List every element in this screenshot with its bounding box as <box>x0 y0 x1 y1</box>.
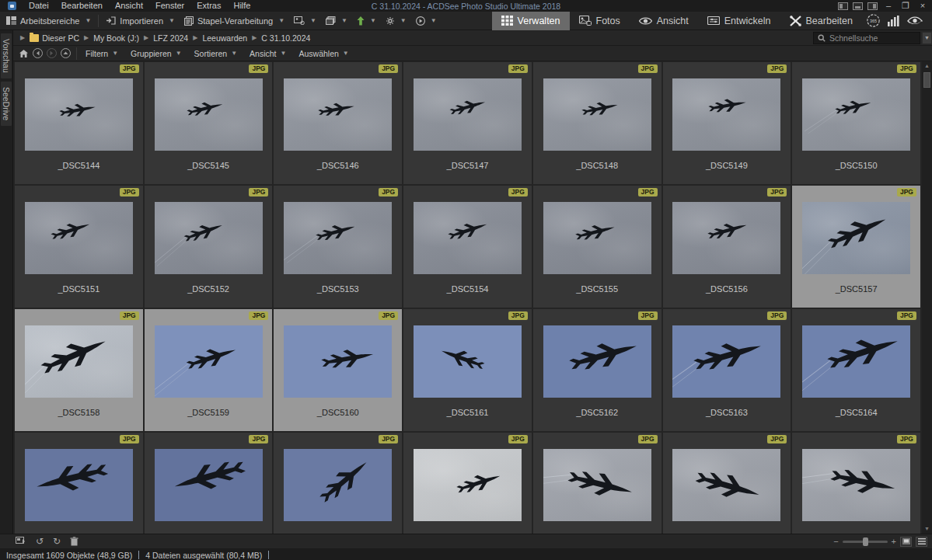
up-icon[interactable] <box>60 48 71 59</box>
toolbar-stapel-verarbeitung-button[interactable]: Stapel-Verarbeitung▼ <box>180 13 289 29</box>
photo-tile[interactable]: JPG_DSC5158 <box>15 309 143 431</box>
thumbnail-image <box>672 202 780 274</box>
photos-icon <box>579 16 592 26</box>
zoom-out-icon[interactable]: − <box>833 537 838 546</box>
menu-datei[interactable]: Datei <box>23 0 55 12</box>
menu-hilfe[interactable]: Hilfe <box>227 0 257 12</box>
search-input[interactable]: Schnellsuche <box>813 32 920 44</box>
photo-tile[interactable]: JPG <box>533 433 661 534</box>
forward-icon[interactable] <box>46 48 57 59</box>
photo-tile[interactable]: JPG_DSC5151 <box>15 186 143 308</box>
photo-stack-button[interactable]: ▼ <box>321 13 352 29</box>
search-dropdown-button[interactable]: ▼ <box>922 32 932 44</box>
zoom-in-icon[interactable]: + <box>892 537 896 546</box>
scrollbar-thumb[interactable] <box>923 72 930 88</box>
upload-button[interactable]: ▼ <box>352 13 381 29</box>
photo-tile[interactable]: JPG_DSC5164 <box>792 309 920 431</box>
breadcrumb-item[interactable]: C 31.10.2024 <box>261 33 310 43</box>
thumbnail-view-button[interactable] <box>900 537 912 547</box>
photo-tile[interactable]: JPG_DSC5153 <box>274 186 402 308</box>
acdsee-365-icon[interactable]: 365 <box>867 14 880 27</box>
zoom-slider[interactable] <box>843 541 888 543</box>
image-adjust-button[interactable]: ▼ <box>289 13 321 29</box>
acdsee-logo-icon[interactable] <box>907 16 923 26</box>
photo-tile[interactable]: JPG_DSC5155 <box>533 186 661 308</box>
menu-bearbeiten[interactable]: Bearbeiten <box>55 0 109 12</box>
mode-entwickeln[interactable]: Entwickeln <box>698 12 780 30</box>
rotate-left-icon[interactable]: ↺ <box>36 535 44 548</box>
jet-silhouette <box>446 94 488 121</box>
photo-tile[interactable]: JPG_DSC5156 <box>663 186 791 308</box>
file-name: _DSC5160 <box>317 408 359 417</box>
photo-tile[interactable]: JPG_DSC5147 <box>403 62 532 184</box>
export-icon[interactable] <box>16 537 26 546</box>
photo-tile[interactable]: JPG <box>274 433 402 534</box>
photo-tile[interactable]: JPG_DSC5162 <box>533 309 661 431</box>
panel-left-toggle-icon[interactable] <box>838 2 848 10</box>
scrollbar[interactable]: ▲ ▼ <box>922 61 932 534</box>
photo-tile[interactable]: JPG_DSC5150 <box>792 62 920 184</box>
filter-menu-auswahlen[interactable]: Auswählen▼ <box>292 49 354 58</box>
details-view-button[interactable] <box>916 537 927 547</box>
import-icon <box>106 16 116 25</box>
mode-verwalten[interactable]: Verwalten <box>492 12 570 30</box>
side-tab-seedrive[interactable]: SeeDrive <box>1 82 12 126</box>
settings-spark-icon <box>386 16 395 26</box>
photo-tile[interactable]: JPG <box>145 433 273 534</box>
filter-menu-gruppieren[interactable]: Gruppieren▼ <box>124 49 187 58</box>
app-icon[interactable] <box>8 2 16 10</box>
panel-right-toggle-icon[interactable] <box>867 2 878 10</box>
file-format-badge: JPG <box>120 311 139 320</box>
photo-tile[interactable]: JPG <box>663 433 791 534</box>
side-tab-vorschau[interactable]: Vorschau <box>1 33 12 78</box>
breadcrumb-item[interactable]: LFZ 2024 <box>153 33 188 43</box>
back-icon[interactable] <box>32 48 43 59</box>
file-list: JPG_DSC5144JPG_DSC5145JPG_DSC5146JPG_DSC… <box>13 61 932 534</box>
rotate-right-icon[interactable]: ↻ <box>53 535 61 548</box>
dashboard-icon[interactable] <box>888 16 899 26</box>
photo-tile[interactable]: JPG <box>15 433 143 534</box>
photo-tile[interactable]: JPG_DSC5144 <box>15 62 143 184</box>
breadcrumb-item[interactable]: Dieser PC <box>42 33 79 43</box>
breadcrumb-item[interactable]: My Book (J:) <box>93 33 139 43</box>
menu-ansicht[interactable]: Ansicht <box>109 0 149 12</box>
scroll-up-icon[interactable]: ▲ <box>924 61 930 71</box>
photo-tile[interactable]: JPG_DSC5148 <box>533 62 661 184</box>
photo-tile[interactable]: JPG_DSC5157 <box>792 186 920 308</box>
minimize-button[interactable]: – <box>882 1 895 11</box>
chevron-right-icon: ▶ <box>79 34 93 41</box>
mode-bearbeiten[interactable]: Bearbeiten <box>780 12 862 30</box>
photo-tile[interactable]: JPG_DSC5149 <box>663 62 791 184</box>
toolbar-importieren-button[interactable]: Importieren▼ <box>101 13 180 29</box>
restore-button[interactable]: ❐ <box>899 1 912 11</box>
mode-ansicht[interactable]: Ansicht <box>630 12 698 30</box>
filter-menu-ansicht[interactable]: Ansicht▼ <box>243 49 292 58</box>
photo-tile[interactable]: JPG_DSC5154 <box>403 186 532 308</box>
photo-tile[interactable]: JPG_DSC5163 <box>663 309 791 431</box>
photo-tile[interactable]: JPG_DSC5152 <box>145 186 273 308</box>
toolbar-arbeitsbereiche-button[interactable]: Arbeitsbereiche▼ <box>2 13 96 29</box>
panel-bottom-toggle-icon[interactable] <box>853 2 863 10</box>
photo-tile[interactable]: JPG_DSC5159 <box>145 309 273 431</box>
scroll-down-icon[interactable]: ▼ <box>924 524 930 534</box>
photo-tile[interactable]: JPG_DSC5160 <box>274 309 402 431</box>
file-format-badge: JPG <box>897 435 916 443</box>
filter-menu-filtern[interactable]: Filtern▼ <box>79 49 124 58</box>
mode-fotos[interactable]: Fotos <box>570 12 630 30</box>
photo-tile[interactable]: JPG_DSC5145 <box>145 62 273 184</box>
photo-tile[interactable]: JPG_DSC5161 <box>403 309 532 431</box>
menu-fenster[interactable]: Fenster <box>149 0 190 12</box>
breadcrumb-item[interactable]: Leeuwarden <box>202 33 247 43</box>
photo-tile[interactable]: JPG <box>792 433 920 534</box>
home-icon[interactable] <box>18 48 29 59</box>
play-button[interactable]: ▼ <box>411 13 442 29</box>
photo-tile[interactable]: JPG_DSC5146 <box>274 62 402 184</box>
zoom-slider-thumb[interactable] <box>863 537 868 546</box>
filter-menu-sortieren[interactable]: Sortieren▼ <box>188 49 244 58</box>
photo-tile[interactable]: JPG <box>403 433 532 534</box>
close-button[interactable]: × <box>916 1 929 11</box>
menu-extras[interactable]: Extras <box>190 0 227 12</box>
zoom-control: − + <box>833 537 927 547</box>
delete-icon[interactable] <box>70 537 79 546</box>
settings-spark-button[interactable]: ▼ <box>381 13 411 29</box>
